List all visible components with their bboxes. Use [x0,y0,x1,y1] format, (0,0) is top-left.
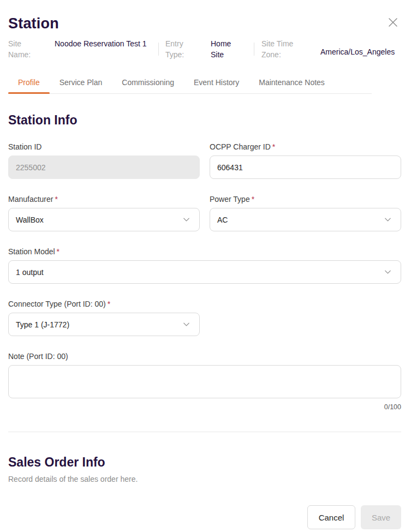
entry-type-value: Home Site [211,38,238,60]
chevron-down-icon [182,216,190,224]
station-meta-row: Site Name: Noodoe Reservation Test 1 Ent… [8,38,401,60]
cancel-button[interactable]: Cancel [307,505,355,529]
ocpp-charger-id-group: OCPP Charger ID* [210,142,401,179]
chevron-down-icon [384,216,392,224]
site-name-label: Site Name: [8,38,37,60]
connector-type-select[interactable]: Type 1 (J-1772) [8,313,200,336]
site-timezone-label: Site Time Zone: [261,38,300,60]
site-timezone-value: America/Los_Angeles [320,46,395,57]
station-modal: Station Site Name: Noodoe Reservation Te… [0,0,417,532]
close-icon [387,22,399,30]
manufacturer-value: WallBox [16,216,44,224]
required-marker: * [57,247,59,256]
station-info-form: Station ID OCPP Charger ID* Manufacturer… [8,142,401,411]
tab-bar: Profile Service Plan Commissioning Event… [8,73,372,94]
required-marker: * [252,195,254,204]
required-marker: * [55,195,57,204]
power-type-value: AC [217,216,228,224]
sales-order-subtitle: Record details of the sales order here. [8,475,401,483]
power-type-label: Power Type* [210,195,401,204]
station-model-value: 1 output [16,268,44,277]
modal-title-row: Station [8,15,401,32]
station-id-label: Station ID [8,142,200,151]
connector-type-label: Connector Type (Port ID: 00)* [8,300,200,308]
tab-profile[interactable]: Profile [8,73,50,93]
station-id-input [8,156,200,179]
manufacturer-label: Manufacturer* [8,195,200,204]
modal-footer: Cancel Save [8,505,401,529]
note-group: Note (Port ID: 00) 0/100 [8,352,401,411]
entry-type-label: Entry Type: [165,38,189,60]
chevron-down-icon [384,268,392,276]
manufacturer-select[interactable]: WallBox [8,208,200,231]
station-info-heading: Station Info [8,113,401,128]
power-type-group: Power Type* AC [210,195,401,231]
required-marker: * [272,142,275,151]
station-model-group: Station Model* 1 output [8,247,401,284]
station-id-group: Station ID [8,142,200,179]
save-button[interactable]: Save [361,505,401,529]
ocpp-charger-id-input[interactable] [210,156,401,179]
connector-type-value: Type 1 (J-1772) [16,320,69,329]
tab-commissioning[interactable]: Commissioning [112,73,184,93]
note-textarea[interactable] [8,365,401,398]
site-name-field: Site Name: Noodoe Reservation Test 1 [8,38,151,60]
power-type-select[interactable]: AC [210,208,401,231]
tab-service-plan[interactable]: Service Plan [50,73,112,93]
connector-type-group: Connector Type (Port ID: 00)* Type 1 (J-… [8,300,200,336]
entry-type-field: Entry Type: Home Site [165,38,238,60]
note-char-counter: 0/100 [8,403,401,411]
site-name-value: Noodoe Reservation Test 1 [55,38,151,49]
vertical-divider [158,43,159,56]
sales-order-heading: Sales Order Info [8,455,401,470]
station-model-select[interactable]: 1 output [8,260,401,284]
chevron-down-icon [182,320,190,328]
manufacturer-group: Manufacturer* WallBox [8,195,200,231]
modal-title: Station [8,15,59,32]
site-timezone-field: Site Time Zone: America/Los_Angeles [261,38,395,60]
note-label: Note (Port ID: 00) [8,352,401,361]
close-button[interactable] [385,14,401,31]
tab-event-history[interactable]: Event History [184,73,249,93]
station-model-label: Station Model* [8,247,401,256]
section-divider [8,432,401,432]
vertical-divider [254,43,254,56]
ocpp-charger-id-label: OCPP Charger ID* [210,142,401,151]
required-marker: * [108,300,110,308]
tab-maintenance-notes[interactable]: Maintenance Notes [249,73,335,93]
